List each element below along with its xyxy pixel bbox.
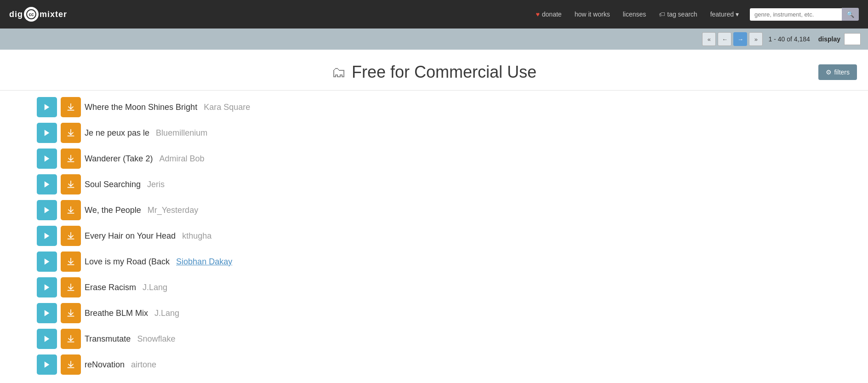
svg-marker-8 <box>45 258 50 265</box>
double-right-icon: » <box>754 36 758 43</box>
svg-marker-6 <box>45 207 50 213</box>
download-icon <box>66 128 75 137</box>
svg-marker-7 <box>45 233 50 239</box>
download-icon <box>66 231 75 240</box>
svg-marker-11 <box>45 336 50 342</box>
play-button[interactable] <box>37 200 57 220</box>
download-button[interactable] <box>61 252 81 272</box>
svg-marker-5 <box>45 181 50 188</box>
play-icon <box>43 283 51 292</box>
svg-marker-9 <box>45 284 50 291</box>
nav-tag-search-label: tag search <box>667 11 697 18</box>
svg-marker-12 <box>45 361 50 368</box>
track-title: Where the Moon Shines Bright <box>85 103 197 112</box>
nav-how-it-works-label: how it works <box>575 11 610 18</box>
play-button[interactable] <box>37 329 57 349</box>
track-title: Je ne peux pas le <box>85 128 149 138</box>
track-artist: Kara Square <box>204 103 250 112</box>
download-icon <box>66 154 75 163</box>
play-icon <box>43 232 51 240</box>
download-icon <box>66 283 75 292</box>
download-button[interactable] <box>61 329 81 349</box>
play-button[interactable] <box>37 252 57 272</box>
play-icon <box>43 360 51 369</box>
play-icon <box>43 154 51 163</box>
pagination-last-button[interactable]: » <box>749 32 763 46</box>
track-artist: Admiral Bob <box>159 154 204 164</box>
download-icon <box>66 180 75 189</box>
nav-tag-search-link[interactable]: 🏷 tag search <box>659 11 697 18</box>
play-button[interactable] <box>37 277 57 297</box>
heart-icon: ♥ <box>536 11 539 18</box>
pagination-bar: « ← → » 1 - 40 of 4,184 display <box>0 29 868 50</box>
track-artist: Bluemillenium <box>156 128 207 138</box>
track-item: Transmutate Snowflake <box>37 326 831 352</box>
search-input[interactable] <box>750 8 842 21</box>
track-artist: Snowflake <box>137 334 175 344</box>
play-icon <box>43 309 51 317</box>
nav-featured-label: featured <box>710 11 734 18</box>
svg-marker-4 <box>45 155 50 162</box>
nav-how-it-works-link[interactable]: how it works <box>575 11 610 18</box>
logo[interactable]: dig cc mixter <box>9 7 67 22</box>
download-button[interactable] <box>61 123 81 143</box>
play-button[interactable] <box>37 97 57 117</box>
nav-featured-link[interactable]: featured ▾ <box>710 11 739 18</box>
nav-donate-link[interactable]: ♥ donate <box>536 11 561 18</box>
track-artist: Jeris <box>147 180 165 189</box>
download-button[interactable] <box>61 226 81 246</box>
track-item: Erase Racism J.Lang <box>37 274 831 300</box>
track-item: Je ne peux pas le Bluemillenium <box>37 120 831 146</box>
track-title: Love is my Road (Back <box>85 257 170 267</box>
search-icon: 🔍 <box>846 11 854 18</box>
pagination-first-button[interactable]: « <box>702 32 716 46</box>
track-title: Wanderer (Take 2) <box>85 154 153 164</box>
nav-licenses-link[interactable]: licenses <box>623 11 646 18</box>
play-icon <box>43 103 51 111</box>
filters-button[interactable]: ⚙ filters <box>818 64 857 80</box>
play-button[interactable] <box>37 354 57 375</box>
track-item: Love is my Road (Back Siobhan Dakay <box>37 249 831 274</box>
left-arrow-icon: ← <box>722 36 728 43</box>
pagination-next-button[interactable]: → <box>733 32 747 46</box>
download-icon <box>66 360 75 369</box>
play-button[interactable] <box>37 303 57 323</box>
logo-dig: dig <box>9 10 23 19</box>
page-title: 🗂 Free for Commercial Use <box>331 63 537 82</box>
double-left-icon: « <box>708 36 711 43</box>
track-item: Breathe BLM Mix J.Lang <box>37 300 831 326</box>
play-button[interactable] <box>37 226 57 246</box>
logo-mixter: mixter <box>40 10 67 19</box>
download-button[interactable] <box>61 149 81 169</box>
play-button[interactable] <box>37 123 57 143</box>
pagination-display-box[interactable] <box>844 33 861 45</box>
download-icon <box>66 103 75 112</box>
chevron-down-icon: ▾ <box>736 11 739 18</box>
play-icon <box>43 206 51 214</box>
download-button[interactable] <box>61 303 81 323</box>
nav-links: ♥ donate how it works licenses 🏷 tag sea… <box>536 10 739 18</box>
download-button[interactable] <box>61 174 81 194</box>
download-button[interactable] <box>61 354 81 375</box>
track-artist[interactable]: Siobhan Dakay <box>176 257 232 267</box>
track-item: Where the Moon Shines Bright Kara Square <box>37 94 831 120</box>
nav-licenses-label: licenses <box>623 11 646 18</box>
download-button[interactable] <box>61 200 81 220</box>
divider <box>0 90 868 91</box>
download-button[interactable] <box>61 97 81 117</box>
track-title: Transmutate <box>85 334 131 344</box>
play-button[interactable] <box>37 174 57 194</box>
filters-label: filters <box>834 69 850 76</box>
navbar: dig cc mixter ♥ donate how it works lice… <box>0 0 868 29</box>
pagination-prev-button[interactable]: ← <box>718 32 731 46</box>
svg-marker-3 <box>45 130 50 136</box>
play-icon <box>43 180 51 189</box>
clipboard-icon: 🗂 <box>331 64 346 81</box>
nav-donate-label: donate <box>542 11 562 18</box>
download-icon <box>66 309 75 318</box>
download-icon <box>66 334 75 343</box>
gear-icon: ⚙ <box>826 69 832 76</box>
download-button[interactable] <box>61 277 81 297</box>
search-button[interactable]: 🔍 <box>842 8 859 21</box>
play-button[interactable] <box>37 149 57 169</box>
